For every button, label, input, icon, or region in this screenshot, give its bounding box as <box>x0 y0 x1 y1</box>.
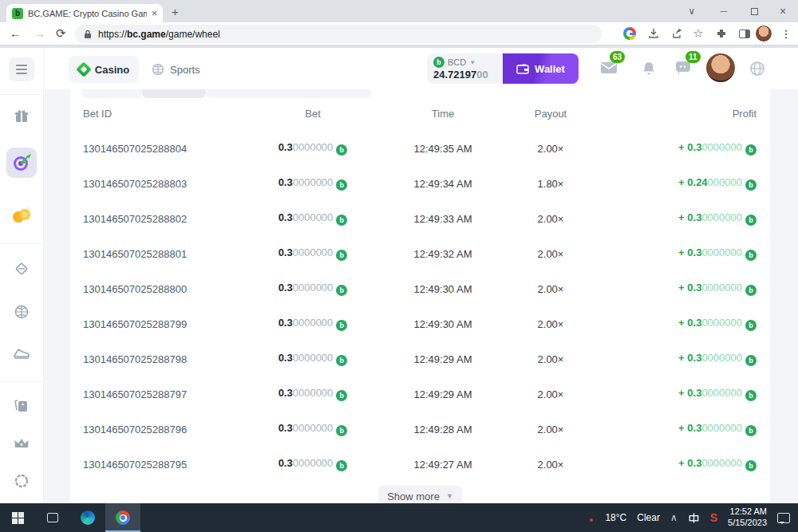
payout-cell: 2.00× <box>515 213 587 225</box>
action-center-icon[interactable] <box>777 513 790 523</box>
balance-amount: 24.7219700 <box>433 69 496 81</box>
clock-time: 12:52 AM <box>730 506 767 516</box>
profit-cell: + 0.30000000b <box>587 387 757 401</box>
edge-taskbar-button[interactable] <box>70 503 105 532</box>
tags-icon <box>13 398 30 414</box>
address-bar[interactable]: https://bc.game/game/wheel <box>75 25 602 43</box>
share-icon[interactable] <box>669 25 686 42</box>
taskbar-clock[interactable]: 12:52 AM5/15/2023 <box>728 506 767 529</box>
sogou-ime-icon[interactable]: S <box>710 511 717 524</box>
weather-condition[interactable]: Clear <box>637 512 660 523</box>
profit-cell: + 0.30000000b <box>587 422 757 436</box>
language-button[interactable] <box>747 60 768 77</box>
sidebar-item-promotions[interactable] <box>6 391 37 421</box>
bcd-coin-icon: b <box>745 215 757 226</box>
user-avatar[interactable] <box>706 53 735 82</box>
bet-amount-cell: 0.30000000b <box>255 282 371 296</box>
mail-button[interactable]: 63 <box>598 59 619 77</box>
bet-tabs-partial[interactable] <box>82 89 142 98</box>
window-close-button[interactable]: × <box>768 0 798 22</box>
bcd-coin-icon: b <box>433 57 444 68</box>
sidebar-item-lottery[interactable] <box>6 466 37 496</box>
browser-menu-icon[interactable]: ⋮ <box>777 25 795 42</box>
reload-button[interactable]: ⟳ <box>56 26 66 41</box>
time-cell: 12:49:27 AM <box>371 459 515 471</box>
wallet-button[interactable]: Wallet <box>503 53 579 84</box>
bcd-coin-icon: b <box>336 355 347 366</box>
currency-selector[interactable]: b BCD ▼ 24.7219700 <box>427 53 503 84</box>
new-tab-button[interactable]: + <box>172 5 179 18</box>
col-header-payout: Payout <box>515 108 587 120</box>
windows-logo-icon <box>12 512 24 524</box>
start-button[interactable] <box>0 503 35 532</box>
sidebar-item-game-active[interactable] <box>6 148 37 178</box>
col-header-time: Time <box>371 108 515 120</box>
window-maximize-button[interactable] <box>739 0 769 22</box>
chevron-down-icon: ▼ <box>469 59 476 66</box>
bet-id-cell: 130146507025288804 <box>83 143 255 155</box>
time-cell: 12:49:30 AM <box>371 318 515 330</box>
bet-id-cell: 130146507025288799 <box>83 318 255 330</box>
sidebar-item-bonus[interactable] <box>6 101 37 132</box>
bell-icon <box>642 61 656 76</box>
bcd-coin-icon: b <box>745 144 757 156</box>
chat-button[interactable]: 11 <box>673 59 693 77</box>
sidebar-item-cashback[interactable] <box>6 254 37 284</box>
ime-chinese-icon[interactable] <box>688 512 700 524</box>
chrome-taskbar-button[interactable] <box>105 503 140 532</box>
dotted-ring-icon <box>14 473 30 489</box>
forward-button[interactable]: → <box>34 26 45 40</box>
window-chevron-icon[interactable]: ∨ <box>677 0 707 22</box>
bet-amount-cell: 0.30000000b <box>255 141 371 156</box>
tab-close-icon[interactable]: × <box>152 8 157 19</box>
col-header-profit: Profit <box>587 108 757 120</box>
currency-code: BCD <box>448 57 466 67</box>
task-view-button[interactable] <box>35 503 70 532</box>
google-shortcut-icon[interactable] <box>621 25 638 42</box>
notifications-button[interactable] <box>638 59 659 77</box>
bcd-coin-icon: b <box>336 179 347 191</box>
bcd-coin-icon: b <box>745 250 757 261</box>
bet-tabs-partial-selected[interactable] <box>142 89 206 98</box>
tab-casino[interactable]: Casino <box>69 56 139 83</box>
profit-cell: + 0.30000000b <box>587 317 757 331</box>
bet-id-cell: 130146507025288797 <box>83 388 255 400</box>
sidebar-item-sports[interactable] <box>6 297 37 327</box>
wallet-label: Wallet <box>535 63 565 75</box>
site-favicon: b <box>12 8 23 19</box>
window-minimize-button[interactable]: ─ <box>709 0 739 22</box>
bcd-coin-icon: b <box>336 390 347 401</box>
download-icon[interactable] <box>645 25 662 42</box>
table-row: 130146507025288803 0.30000000b 12:49:34 … <box>70 166 770 201</box>
tab-sports[interactable]: Sports <box>152 56 200 83</box>
side-panel-icon[interactable] <box>736 25 753 42</box>
sidebar-item-vip[interactable] <box>6 428 37 459</box>
browser-profile-avatar[interactable] <box>756 26 772 41</box>
sidebar-menu-button[interactable] <box>9 57 34 81</box>
table-row: 130146507025288799 0.30000000b 12:49:30 … <box>70 306 770 341</box>
chevron-down-icon: ▼ <box>446 492 453 500</box>
sidebar-item-racing[interactable] <box>6 338 37 368</box>
bookmark-star-icon[interactable]: ☆ <box>689 25 707 42</box>
basketball-icon <box>14 304 30 320</box>
bcd-coin-icon: b <box>336 250 347 261</box>
bet-tabs-partial[interactable] <box>206 89 371 98</box>
sidebar-item-rewards[interactable] <box>6 199 37 230</box>
bcd-coin-icon: b <box>336 460 347 471</box>
time-cell: 12:49:29 AM <box>371 388 515 400</box>
bet-id-cell: 130146507025288795 <box>83 459 255 471</box>
bcd-coin-icon: b <box>336 285 347 296</box>
weather-temp[interactable]: 18°C <box>605 512 626 523</box>
casino-diamond-icon <box>76 61 92 77</box>
sidebar-divider <box>0 381 44 382</box>
browser-tab[interactable]: b BC.GAME: Crypto Casino Games × <box>6 4 163 22</box>
show-more-button[interactable]: Show more ▼ <box>378 486 462 503</box>
edge-icon <box>81 510 95 525</box>
bet-amount-cell: 0.30000000b <box>255 387 371 401</box>
extensions-puzzle-icon[interactable] <box>713 25 730 42</box>
back-button[interactable]: ← <box>10 26 22 40</box>
profit-cell: + 0.30000000b <box>587 282 757 296</box>
bcd-coin-icon: b <box>745 320 757 331</box>
bcd-coin-icon: b <box>336 425 347 436</box>
tray-expand-chevron[interactable]: ∧ <box>670 512 678 523</box>
